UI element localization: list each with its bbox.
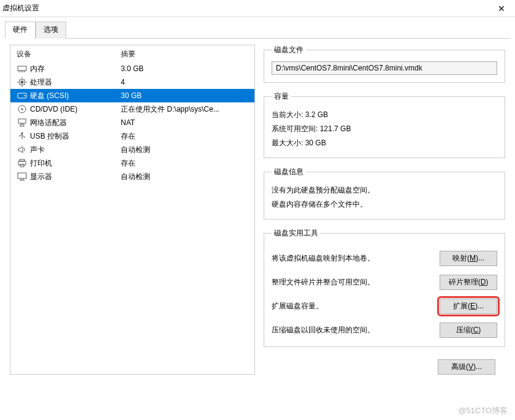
capacity-free-label: 系统可用空间:: [272, 124, 318, 133]
display-icon: [17, 172, 28, 181]
device-rows-container: 内存3.0 GB处理器4硬盘 (SCSI)30 GBCD/DVD (IDE)正在…: [10, 62, 254, 183]
close-icon: ✕: [498, 4, 505, 13]
capacity-current-label: 当前大小:: [272, 110, 303, 119]
cd-icon: [17, 104, 28, 114]
memory-icon: [17, 64, 28, 74]
network-icon: [17, 118, 28, 128]
device-list-header: 设备 摘要: [10, 49, 254, 62]
device-name: USB 控制器: [30, 131, 121, 142]
window-title: 虚拟机设置: [2, 3, 39, 13]
device-name: 硬盘 (SCSI): [30, 91, 121, 101]
util-map-row: 将该虚拟机磁盘映射到本地卷。 映射(M)...: [272, 251, 497, 266]
disk-file-input[interactable]: [272, 61, 497, 75]
device-row[interactable]: 显示器自动检测: [10, 170, 254, 183]
header-device: 设备: [17, 49, 121, 59]
compact-button[interactable]: 压缩(C): [440, 323, 497, 338]
disk-info-legend: 磁盘信息: [272, 167, 306, 177]
device-summary: 3.0 GB: [121, 64, 248, 73]
device-name: 显示器: [30, 172, 121, 182]
capacity-max: 最大大小: 30 GB: [272, 136, 497, 150]
capacity-max-value: 30 GB: [305, 139, 326, 147]
device-summary: NAT: [121, 118, 248, 127]
svg-rect-22: [18, 173, 26, 178]
utilities-group: 磁盘实用工具 将该虚拟机磁盘映射到本地卷。 映射(M)... 整理文件碎片并整合…: [264, 228, 505, 347]
device-name: 处理器: [30, 77, 121, 88]
device-name: 内存: [30, 64, 121, 74]
disk-info-group: 磁盘信息 没有为此硬盘预分配磁盘空间。 硬盘内容存储在多个文件中。: [264, 167, 505, 220]
device-row[interactable]: USB 控制器存在: [10, 129, 254, 143]
detail-panel: 磁盘文件 容量 当前大小: 3.2 GB 系统可用空间: 121.7 GB 最大…: [264, 45, 505, 375]
device-row[interactable]: 网络适配器NAT: [10, 116, 254, 129]
sound-icon: [17, 145, 28, 155]
advanced-button[interactable]: 高级(V)...: [438, 359, 495, 375]
svg-point-14: [21, 109, 23, 110]
expand-button[interactable]: 扩展(E)...: [440, 299, 497, 314]
disk-file-legend: 磁盘文件: [272, 45, 306, 55]
defrag-button[interactable]: 碎片整理(D): [440, 275, 497, 290]
util-defrag-row: 整理文件碎片并整合可用空间。 碎片整理(D): [272, 275, 497, 290]
device-name: 声卡: [30, 145, 121, 155]
svg-rect-0: [18, 66, 26, 71]
svg-rect-6: [21, 81, 23, 83]
svg-rect-16: [20, 124, 24, 126]
device-row[interactable]: CD/DVD (IDE)正在使用文件 D:\app\sys\Ce...: [10, 102, 254, 116]
device-summary: 存在: [121, 158, 248, 169]
device-row[interactable]: 内存3.0 GB: [10, 62, 254, 75]
util-compact-row: 压缩磁盘以回收未使用的空间。 压缩(C): [272, 323, 497, 338]
util-defrag-desc: 整理文件碎片并整合可用空间。: [272, 277, 433, 288]
printer-icon: [17, 158, 28, 168]
disk-icon: [17, 91, 28, 101]
capacity-current-value: 3.2 GB: [305, 110, 328, 119]
device-name: 打印机: [30, 158, 121, 169]
watermark: @51CTO博客: [458, 405, 508, 416]
device-summary: 正在使用文件 D:\app\sys\Ce...: [121, 104, 248, 115]
capacity-legend: 容量: [272, 91, 291, 102]
device-name: CD/DVD (IDE): [30, 105, 121, 113]
device-row[interactable]: 声卡自动检测: [10, 143, 254, 156]
header-summary: 摘要: [121, 49, 135, 59]
capacity-group: 容量 当前大小: 3.2 GB 系统可用空间: 121.7 GB 最大大小: 3…: [264, 91, 505, 158]
tab-hardware[interactable]: 硬件: [5, 21, 36, 39]
device-summary: 30 GB: [121, 91, 248, 100]
capacity-free-value: 121.7 GB: [320, 124, 351, 133]
device-summary: 自动检测: [121, 172, 248, 182]
device-summary: 存在: [121, 131, 248, 142]
device-row[interactable]: 处理器4: [10, 75, 254, 89]
util-expand-row: 扩展磁盘容量。 扩展(E)...: [272, 299, 497, 314]
map-button[interactable]: 映射(M)...: [440, 251, 497, 266]
titlebar: 虚拟机设置 ✕: [0, 0, 515, 17]
capacity-free: 系统可用空间: 121.7 GB: [272, 122, 497, 136]
utilities-legend: 磁盘实用工具: [272, 228, 321, 239]
device-row[interactable]: 硬盘 (SCSI)30 GB: [10, 89, 254, 102]
advanced-row: 高级(V)...: [264, 356, 505, 375]
capacity-max-label: 最大大小:: [272, 139, 303, 147]
disk-info-line1: 没有为此硬盘预分配磁盘空间。: [272, 183, 497, 197]
tab-strip: 硬件 选项: [0, 17, 515, 38]
disk-file-group: 磁盘文件: [264, 45, 505, 83]
tab-options[interactable]: 选项: [36, 21, 66, 39]
capacity-current: 当前大小: 3.2 GB: [272, 108, 497, 122]
svg-point-18: [21, 132, 23, 134]
device-name: 网络适配器: [30, 118, 121, 128]
svg-rect-15: [18, 119, 26, 123]
close-button[interactable]: ✕: [487, 0, 515, 17]
device-row[interactable]: 打印机存在: [10, 156, 254, 170]
device-summary: 自动检测: [121, 145, 248, 155]
usb-icon: [17, 131, 28, 141]
device-summary: 4: [121, 78, 248, 86]
device-list-panel: 设备 摘要 内存3.0 GB处理器4硬盘 (SCSI)30 GBCD/DVD (…: [10, 45, 255, 375]
cpu-icon: [17, 77, 28, 87]
svg-point-12: [24, 95, 25, 96]
content-area: 设备 摘要 内存3.0 GB处理器4硬盘 (SCSI)30 GBCD/DVD (…: [0, 39, 515, 375]
util-expand-desc: 扩展磁盘容量。: [272, 301, 433, 311]
disk-info-line2: 硬盘内容存储在多个文件中。: [272, 197, 497, 212]
util-compact-desc: 压缩磁盘以回收未使用的空间。: [272, 325, 433, 335]
util-map-desc: 将该虚拟机磁盘映射到本地卷。: [272, 253, 433, 264]
